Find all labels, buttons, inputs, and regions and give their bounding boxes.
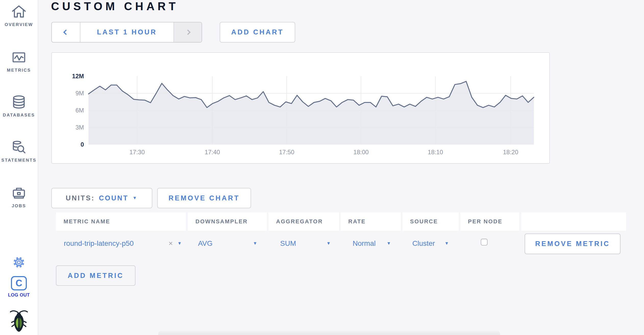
svg-text:17:30: 17:30 <box>129 149 145 156</box>
sidebar-item-metrics[interactable]: METRICS <box>0 49 38 73</box>
downsampler-select[interactable]: AVG ▼ <box>198 237 257 250</box>
metrics-icon <box>10 49 27 66</box>
aggregator-select[interactable]: SUM ▼ <box>280 237 331 250</box>
svg-text:18:00: 18:00 <box>353 149 369 156</box>
chevron-left-icon <box>63 30 68 35</box>
column-header-source: SOURCE <box>402 212 459 231</box>
custom-chart-page: OVERVIEW METRICS DATABASES <box>0 0 644 335</box>
chevron-down-icon: ▼ <box>177 241 182 246</box>
metric-name-select[interactable]: round-trip-latency-p50 × ▼ <box>64 237 182 250</box>
chevron-down-icon: ▼ <box>253 241 257 246</box>
gear-icon <box>11 254 27 270</box>
chevron-down-icon: ▼ <box>133 196 138 201</box>
remove-metric-button[interactable]: REMOVE METRIC <box>525 234 621 254</box>
column-header-metric-name: METRIC NAME <box>56 212 186 231</box>
svg-text:0: 0 <box>81 141 84 148</box>
jobs-icon <box>10 185 27 201</box>
column-header-rate: RATE <box>341 212 401 231</box>
sidebar-item-label: OVERVIEW <box>0 22 38 27</box>
column-header-actions <box>521 212 626 231</box>
sidebar-item-databases[interactable]: DATABASES <box>0 94 38 118</box>
svg-text:17:40: 17:40 <box>205 149 220 156</box>
svg-text:6M: 6M <box>76 107 84 114</box>
chevron-down-icon: ▼ <box>444 241 449 246</box>
rate-value: Normal <box>353 239 387 248</box>
svg-text:17:50: 17:50 <box>279 149 294 156</box>
clear-metric-icon[interactable]: × <box>169 239 173 248</box>
svg-text:18:20: 18:20 <box>503 149 518 156</box>
cockroach-bug-icon <box>9 309 29 333</box>
home-icon <box>10 3 27 20</box>
time-range-prev-button[interactable] <box>52 22 80 42</box>
svg-text:9M: 9M <box>76 90 84 97</box>
rate-select[interactable]: Normal ▼ <box>353 237 391 250</box>
sidebar-item-overview[interactable]: OVERVIEW <box>0 3 38 27</box>
sidebar-item-statements[interactable]: STATEMENTS <box>0 139 38 163</box>
sidebar-item-label: DATABASES <box>0 113 38 118</box>
source-value: Cluster <box>412 239 444 248</box>
units-dropdown[interactable]: UNITS: COUNT ▼ <box>51 188 152 208</box>
column-header-aggregator: AGGREGATOR <box>268 212 339 231</box>
metric-name-value: round-trip-latency-p50 <box>64 239 169 248</box>
timeseries-chart: 03M6M9M12M17:3017:4017:5018:0018:1018:20 <box>52 53 549 163</box>
svg-text:3M: 3M <box>76 124 84 131</box>
database-icon <box>10 94 27 111</box>
chart-card: 03M6M9M12M17:3017:4017:5018:0018:1018:20 <box>51 52 550 164</box>
sidebar-item-jobs[interactable]: JOBS <box>0 185 38 209</box>
time-range-next-button[interactable] <box>174 22 202 42</box>
per-node-checkbox[interactable] <box>481 239 488 246</box>
sidebar-item-label: STATEMENTS <box>0 158 38 163</box>
units-label: UNITS: <box>66 194 95 202</box>
aggregator-value: SUM <box>280 239 326 248</box>
svg-text:12M: 12M <box>72 73 84 80</box>
time-range-label[interactable]: LAST 1 HOUR <box>80 22 174 42</box>
chevron-right-icon <box>185 30 190 35</box>
downsampler-value: AVG <box>198 239 253 248</box>
statements-icon <box>10 139 27 156</box>
svg-text:18:10: 18:10 <box>428 149 443 156</box>
next-panel-shadow <box>158 331 500 335</box>
column-header-downsampler: DOWNSAMPLER <box>188 212 267 231</box>
units-value: COUNT <box>99 194 129 202</box>
chevron-down-icon: ▼ <box>387 241 391 246</box>
sidebar-item-label: JOBS <box>0 203 38 209</box>
cockroach-c-logo-icon: C <box>11 276 27 290</box>
remove-chart-button[interactable]: REMOVE CHART <box>157 188 251 208</box>
add-metric-button[interactable]: ADD METRIC <box>56 265 135 286</box>
sidebar: OVERVIEW METRICS DATABASES <box>0 0 38 335</box>
logout-label: LOG OUT <box>0 292 38 298</box>
sidebar-item-logout[interactable]: C LOG OUT <box>0 276 38 298</box>
time-range-picker: LAST 1 HOUR <box>51 22 202 43</box>
sidebar-item-settings[interactable] <box>0 254 38 270</box>
sidebar-item-label: METRICS <box>0 68 38 73</box>
chevron-down-icon: ▼ <box>326 241 331 246</box>
add-chart-button[interactable]: ADD CHART <box>220 22 295 43</box>
page-title: CUSTOM CHART <box>51 0 179 13</box>
sidebar-item-cockroach-logo <box>0 309 38 333</box>
column-header-per-node: PER NODE <box>460 212 519 231</box>
source-select[interactable]: Cluster ▼ <box>412 237 449 250</box>
